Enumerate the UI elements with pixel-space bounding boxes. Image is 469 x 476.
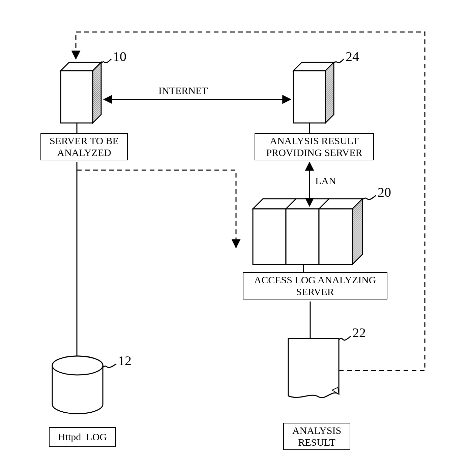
httpd-log-label: Httpd LOG [49,427,116,447]
database-icon [52,356,103,413]
ref-24: 24 [346,49,359,64]
access-log-analyzing-server-label: ACCESS LOG ANALYZING SERVER [243,272,387,299]
ref-22: 22 [352,325,366,341]
document-icon [288,339,339,399]
diagram-canvas: 10 24 20 22 12 INTERNET LAN SERVER TO BE… [0,0,469,476]
ref-10: 10 [113,49,126,64]
server-to-be-analyzed-label: SERVER TO BE ANALYZED [40,133,128,160]
server-cluster-icon [253,199,362,264]
ref-20: 20 [378,185,391,200]
lan-label: LAN [315,175,336,187]
analysis-result-providing-server-label: ANALYSIS RESULT PROVIDING SERVER [255,133,374,160]
analysis-result-label: ANALYSIS RESULT [283,423,350,450]
internet-label: INTERNET [158,85,208,97]
ref-12: 12 [118,353,131,369]
server-icon [61,62,101,123]
server-icon [293,62,334,123]
